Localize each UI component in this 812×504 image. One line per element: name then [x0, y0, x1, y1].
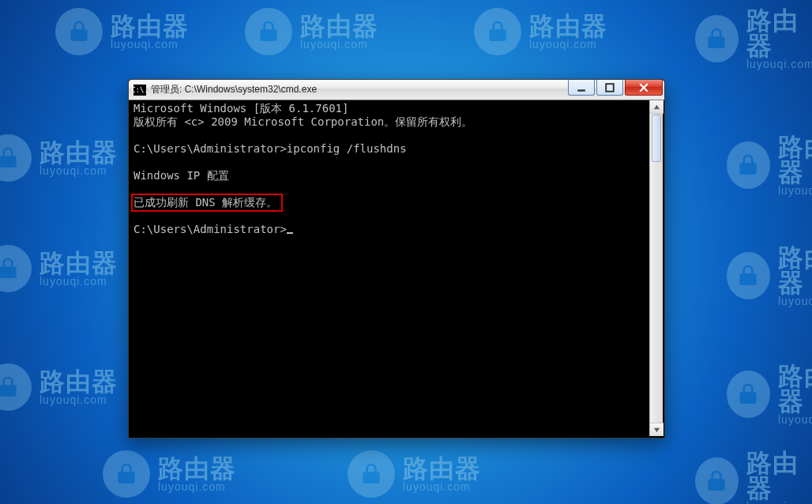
router-lock-icon	[0, 134, 32, 182]
console-line: 版权所有 <c> 2009 Microsoft Corporation。保留所有…	[133, 115, 472, 128]
router-lock-icon	[695, 457, 739, 504]
watermark: 路由器luyouqi.com	[55, 8, 189, 55]
window-buttons	[568, 80, 664, 100]
watermark-title: 路由器	[111, 13, 189, 39]
svg-rect-0	[577, 89, 585, 91]
router-lock-icon	[0, 245, 32, 292]
watermark: 路由器luyouqi.com	[695, 8, 812, 70]
console-output[interactable]: Microsoft Windows [版本 6.1.7601] 版权所有 <c>…	[130, 100, 663, 436]
console-line: C:\Users\Administrator>ipconfig /flushdn…	[133, 142, 407, 155]
watermark: 路由器luyouqi.com	[727, 245, 812, 307]
watermark: 路由器luyouqi.com	[727, 363, 812, 425]
watermark: 路由器luyouqi.com	[695, 450, 812, 504]
router-lock-icon	[348, 450, 395, 498]
router-lock-icon	[245, 8, 292, 55]
console-prompt: C:\Users\Administrator>	[133, 223, 287, 235]
router-lock-icon	[727, 370, 770, 418]
scroll-up-button[interactable]	[650, 100, 664, 114]
router-lock-icon	[695, 15, 739, 62]
watermark: 路由器luyouqi.com	[348, 450, 481, 498]
console-line: Microsoft Windows [版本 6.1.7601]	[133, 102, 348, 115]
maximize-button[interactable]	[596, 80, 623, 96]
dns-flush-success-highlight: 已成功刷新 DNS 解析缓存。	[133, 196, 280, 209]
cmd-window[interactable]: C:\. 管理员: C:\Windows\system32\cmd.exe Mi…	[128, 79, 665, 438]
cursor-icon	[287, 232, 293, 234]
watermark-subtitle: luyouqi.com	[111, 39, 189, 50]
router-lock-icon	[103, 450, 150, 498]
console-line: Windows IP 配置	[133, 169, 229, 182]
watermark: 路由器luyouqi.com	[245, 8, 378, 55]
router-lock-icon	[727, 252, 770, 299]
router-lock-icon	[0, 363, 32, 411]
watermark: 路由器luyouqi.com	[0, 245, 118, 292]
window-titlebar[interactable]: C:\. 管理员: C:\Windows\system32\cmd.exe	[129, 80, 664, 100]
svg-rect-1	[606, 84, 614, 92]
window-title: 管理员: C:\Windows\system32\cmd.exe	[151, 83, 568, 96]
watermark: 路由器luyouqi.com	[0, 363, 118, 411]
vertical-scrollbar[interactable]	[649, 100, 663, 436]
router-lock-icon	[727, 141, 770, 189]
router-lock-icon	[55, 8, 103, 55]
router-lock-icon	[474, 8, 521, 55]
desktop-background: 路由器luyouqi.com 路由器luyouqi.com 路由器luyouqi…	[0, 0, 812, 504]
watermark: 路由器luyouqi.com	[727, 134, 812, 196]
close-button[interactable]	[625, 80, 663, 96]
watermark: 路由器luyouqi.com	[0, 134, 118, 182]
scrollbar-thumb[interactable]	[652, 115, 661, 162]
watermark: 路由器luyouqi.com	[103, 450, 236, 498]
minimize-button[interactable]	[568, 80, 595, 96]
cmd-icon: C:\.	[133, 85, 146, 96]
scroll-down-button[interactable]	[650, 423, 664, 436]
watermark: 路由器luyouqi.com	[474, 8, 607, 55]
